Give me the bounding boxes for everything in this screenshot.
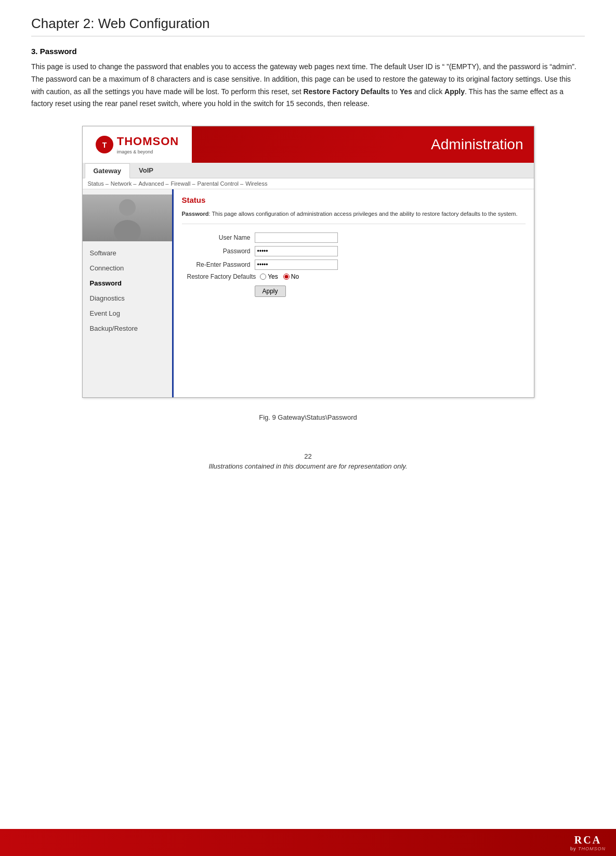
body-text-2: to xyxy=(389,87,399,96)
figure-caption: Fig. 9 Gateway\Status\Password xyxy=(31,413,585,421)
rca-thomson-text: THOMSON xyxy=(578,846,606,851)
admin-title-area: Administration xyxy=(192,126,534,163)
password-label: Password xyxy=(187,248,255,255)
by-text: by xyxy=(570,846,576,851)
page-number: 22 xyxy=(31,452,585,460)
nav-sub-status[interactable]: Status – xyxy=(88,180,109,187)
radio-no-text: No xyxy=(291,273,299,280)
sidebar-item-eventlog[interactable]: Event Log xyxy=(83,306,172,321)
thomson-logo-icon: T xyxy=(95,135,114,154)
nav-sub-wireless[interactable]: Wireless xyxy=(245,180,267,187)
sidebar-item-backup[interactable]: Backup/Restore xyxy=(83,321,172,336)
content-area: Status Password: This page allows config… xyxy=(174,189,534,397)
repassword-label: Re-Enter Password xyxy=(187,261,255,268)
nav-sub-bar: Status – Network – Advanced – Firewall –… xyxy=(83,178,534,189)
svg-text:T: T xyxy=(102,141,107,149)
sidebar-item-connection[interactable]: Connection xyxy=(83,261,172,276)
repassword-input[interactable] xyxy=(255,260,338,270)
page-footer: 22 Illustrations contained in this docum… xyxy=(31,452,585,470)
radio-options: Yes No xyxy=(260,273,299,280)
username-label: User Name xyxy=(187,234,255,241)
form-table: User Name Password Re-Enter Password xyxy=(187,232,526,297)
restore-defaults-row: Restore Factory Defaults Yes No xyxy=(187,273,526,280)
username-input[interactable] xyxy=(255,232,338,243)
tab-gateway[interactable]: Gateway xyxy=(85,163,130,178)
person-silhouette xyxy=(109,196,146,240)
description-box: Password: This page allows configuration… xyxy=(182,210,526,224)
section-title: 3. Password xyxy=(31,47,585,56)
body-bold-2: Yes xyxy=(400,87,412,96)
footnote: Illustrations contained in this document… xyxy=(31,462,585,470)
username-row: User Name xyxy=(187,232,526,243)
rca-text: RCA xyxy=(574,834,601,846)
nav-sub-parental[interactable]: Parental Control – xyxy=(198,180,244,187)
body-paragraph: This page is used to change the password… xyxy=(31,61,585,110)
radio-no-label[interactable]: No xyxy=(283,273,299,280)
nav-sub-advanced[interactable]: Advanced – xyxy=(138,180,168,187)
svg-point-2 xyxy=(119,199,136,216)
content-section-title: Status xyxy=(182,196,526,204)
thomson-logo-text: THOMSON xyxy=(117,135,179,148)
thomson-logo-area: T THOMSON images & beyond xyxy=(83,126,192,163)
radio-yes-label[interactable]: Yes xyxy=(260,273,278,280)
restore-defaults-label: Restore Factory Defaults xyxy=(187,273,260,280)
sidebar-item-software[interactable]: Software xyxy=(83,245,172,261)
body-bold-1: Restore Factory Defaults xyxy=(303,87,389,96)
by-thomson-text: by THOMSON xyxy=(570,846,606,851)
radio-yes-text: Yes xyxy=(268,273,278,280)
chapter-title: Chapter 2: Web Configuration xyxy=(31,16,585,36)
body-bold-3: Apply xyxy=(444,87,465,96)
nav-sub-firewall[interactable]: Firewall – xyxy=(171,180,195,187)
svg-point-3 xyxy=(114,220,141,240)
radio-no[interactable] xyxy=(283,274,290,280)
tab-voip[interactable]: VoIP xyxy=(130,163,162,178)
nav-tabs-bar: Gateway VoIP xyxy=(83,163,534,178)
main-layout: Software Connection Password Diagnostics… xyxy=(83,189,534,397)
thomson-tagline: images & beyond xyxy=(117,149,179,154)
admin-title-text: Administration xyxy=(431,136,523,153)
admin-header: T THOMSON images & beyond Administration xyxy=(83,126,534,163)
repassword-row: Re-Enter Password xyxy=(187,260,526,270)
sidebar-item-diagnostics[interactable]: Diagnostics xyxy=(83,291,172,306)
apply-btn-row: Apply xyxy=(255,286,526,297)
sidebar: Software Connection Password Diagnostics… xyxy=(83,189,174,397)
screenshot-container: T THOMSON images & beyond Administration… xyxy=(82,126,534,398)
description-text: : This page allows configuration of admi… xyxy=(208,211,517,217)
apply-button[interactable]: Apply xyxy=(255,286,286,297)
sidebar-person-image xyxy=(83,194,172,241)
radio-yes[interactable] xyxy=(260,274,266,280)
body-text-3: and click xyxy=(412,87,444,96)
description-label: Password xyxy=(182,211,209,217)
bottom-bar: RCA by THOMSON xyxy=(0,829,616,856)
password-input[interactable] xyxy=(255,246,338,256)
rca-logo: RCA by THOMSON xyxy=(570,834,606,851)
password-row: Password xyxy=(187,246,526,256)
nav-sub-network[interactable]: Network – xyxy=(111,180,137,187)
sidebar-item-password[interactable]: Password xyxy=(83,276,172,291)
